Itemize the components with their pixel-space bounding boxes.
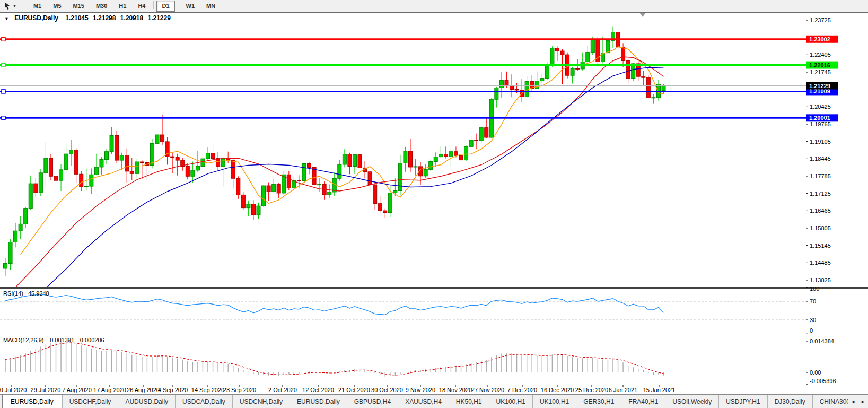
candle-body xyxy=(297,180,301,181)
symbol-tab-hk50-h1[interactable]: HK50,H1 xyxy=(449,395,489,408)
candle-body xyxy=(591,39,594,52)
candle-body xyxy=(19,224,22,231)
symbol-tab-usdcad-daily[interactable]: USDCAD,Daily xyxy=(175,395,232,408)
symbol-tab-usdchf-daily[interactable]: USDCHF,Daily xyxy=(62,395,118,408)
candle-body xyxy=(469,140,473,146)
candle xyxy=(49,154,52,180)
candle-body xyxy=(525,82,529,97)
symbol-tab-xauusd-h4[interactable]: XAUUSD,H4 xyxy=(398,395,449,408)
toolbar-grip-handle[interactable] xyxy=(22,2,24,10)
candle xyxy=(550,46,554,67)
candle-body xyxy=(409,151,413,167)
price-line-anchor[interactable] xyxy=(2,63,5,67)
price-line-anchor[interactable] xyxy=(2,90,5,93)
x-axis-label: 9 Nov 2020 xyxy=(406,387,435,393)
y-axis-label: 1.19105 xyxy=(810,138,831,145)
candle-body xyxy=(196,166,199,170)
symbol-tab-china300-h1[interactable]: CHINA300,H1 xyxy=(812,395,848,408)
candle-body xyxy=(302,163,306,180)
candle-body xyxy=(308,163,311,167)
candle-body xyxy=(424,169,427,176)
candle-body xyxy=(231,160,235,178)
candle-body xyxy=(191,170,195,176)
rsi-axis-label: 0 xyxy=(810,327,813,334)
timeframe-button-M1[interactable]: M1 xyxy=(28,1,47,12)
tab-scroll-right-icon[interactable]: ► xyxy=(858,395,868,408)
x-axis-label: 7 Aug 2020 xyxy=(62,387,92,393)
candle-body xyxy=(44,158,48,173)
candle-body xyxy=(161,135,164,142)
candle-body xyxy=(171,157,174,157)
candle xyxy=(282,171,286,195)
candle-body xyxy=(495,88,498,99)
timeframe-button-M15[interactable]: M15 xyxy=(68,1,90,12)
candle xyxy=(115,131,119,163)
candle-body xyxy=(540,79,544,81)
x-axis-label: 12 Oct 2020 xyxy=(302,387,334,393)
candle-body xyxy=(454,152,458,155)
candle-body xyxy=(115,136,119,161)
rsi-axis-label: 30 xyxy=(810,317,816,323)
candle-body xyxy=(272,185,276,192)
candle-body xyxy=(383,211,387,212)
candle-body xyxy=(555,48,559,51)
chart-title-close: 1.21229 xyxy=(148,14,171,22)
x-axis-label: 29 Jul 2020 xyxy=(31,387,61,393)
symbol-tab-usdjpy-h1[interactable]: USDJPY,H1 xyxy=(718,395,767,408)
candle-body xyxy=(343,154,346,164)
tab-scroll-left-icon[interactable]: ◄ xyxy=(848,395,858,408)
symbol-tab-fra40-h1[interactable]: FRA40,H1 xyxy=(621,395,665,408)
symbol-tab-eurusd-daily[interactable]: EURUSD,Daily xyxy=(290,395,347,408)
symbol-tab-eurusd-daily[interactable]: EURUSD,Daily xyxy=(2,395,62,408)
timeframe-button-H4[interactable]: H4 xyxy=(133,1,151,12)
candle-body xyxy=(505,81,508,86)
x-axis-label: 7 Dec 2020 xyxy=(507,387,537,393)
cursor-icon[interactable] xyxy=(3,2,12,10)
chart-title-low: 1.20918 xyxy=(120,14,144,22)
chart-canvas[interactable]: 1.230021.220161.210091.200011.212291.237… xyxy=(0,0,868,394)
candle-body xyxy=(414,167,417,167)
candle-body xyxy=(571,68,574,75)
candle-body xyxy=(94,167,98,175)
symbol-tab-usdcnh-daily[interactable]: USDCNH,Daily xyxy=(232,395,290,408)
price-line-anchor[interactable] xyxy=(2,37,5,41)
timeframe-button-D1[interactable]: D1 xyxy=(156,1,174,12)
symbol-tab-uk100-h1[interactable]: UK100,H1 xyxy=(532,395,576,408)
symbol-tab-dj30-daily[interactable]: DJ30,Daily xyxy=(767,395,812,408)
timeframe-button-MN[interactable]: MN xyxy=(201,1,221,12)
candle-body xyxy=(393,190,397,193)
symbol-tab-uk100-h1[interactable]: UK100,H1 xyxy=(489,395,532,408)
x-axis-label: 18 Nov 2020 xyxy=(439,387,472,393)
candle xyxy=(464,145,468,161)
current-price-badge-label: 1.21229 xyxy=(809,83,830,89)
candle-body xyxy=(49,158,52,176)
cursor-dropdown-icon[interactable]: ▼ xyxy=(13,4,16,8)
symbol-tab-audusd-daily[interactable]: AUDUSD,Daily xyxy=(118,395,175,408)
candle-body xyxy=(64,154,68,170)
candle-body xyxy=(206,153,210,159)
candle-body xyxy=(378,204,382,211)
candle-body xyxy=(69,150,73,154)
x-axis-label: 2 Oct 2020 xyxy=(268,387,297,393)
candle-body xyxy=(621,47,625,61)
candle-body xyxy=(125,155,129,171)
symbol-tab-usoil-weekly[interactable]: USOil,Weekly xyxy=(665,395,718,408)
symbol-tab-ger30-h1[interactable]: GER30,H1 xyxy=(576,395,621,408)
candle-body xyxy=(328,192,331,195)
timeframe-button-W1[interactable]: W1 xyxy=(181,1,200,12)
timeframe-button-H1[interactable]: H1 xyxy=(113,1,131,12)
candle-body xyxy=(373,185,377,204)
symbol-tab-gbpusd-h4[interactable]: GBPUSD,H4 xyxy=(347,395,398,408)
candle-body xyxy=(262,186,266,206)
macd-axis-label: -0.005396 xyxy=(810,378,836,384)
candle-body xyxy=(429,162,433,170)
price-line-anchor[interactable] xyxy=(2,116,5,120)
chart-title-open: 1.21045 xyxy=(65,14,89,22)
timeframe-button-M5[interactable]: M5 xyxy=(48,1,66,12)
candle-body xyxy=(34,184,38,193)
candle xyxy=(479,127,483,143)
timeframe-button-M30[interactable]: M30 xyxy=(91,1,112,12)
candle xyxy=(150,139,154,168)
candle-body xyxy=(287,175,291,188)
y-axis-label: 1.19765 xyxy=(810,121,831,127)
